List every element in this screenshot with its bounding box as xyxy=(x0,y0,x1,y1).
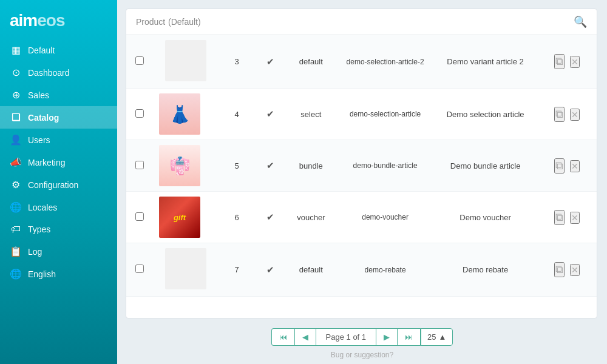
sidebar-item-log[interactable]: 📋 Log xyxy=(0,240,117,263)
logo-accent: eos xyxy=(37,11,64,30)
product-name: Demo bundle article xyxy=(433,140,537,192)
table-row: 👘5✔bundledemo-bundle-articleDemo bundle … xyxy=(126,140,597,192)
product-name: Demo rebate xyxy=(433,243,537,297)
product-image: gift xyxy=(159,197,200,238)
row-checkbox[interactable] xyxy=(135,265,144,273)
copy-button[interactable]: ⧉ xyxy=(554,158,565,174)
product-number: 4 xyxy=(219,89,256,140)
table-row: gift6✔voucherdemo-voucherDemo voucher ⧉ … xyxy=(126,192,597,243)
sidebar-item-dashboard[interactable]: ⊙ Dashboard xyxy=(0,61,117,84)
product-image-placeholder xyxy=(165,248,206,289)
product-actions: ⧉ ✕ xyxy=(537,192,597,243)
page-size-selector[interactable]: 25 ▲ xyxy=(421,328,453,346)
sidebar-item-configuration[interactable]: ⚙ Configuration xyxy=(0,174,117,196)
row-checkbox[interactable] xyxy=(135,212,144,221)
log-icon: 📋 xyxy=(10,246,22,257)
configuration-icon: ⚙ xyxy=(10,179,22,190)
product-code: demo-selection-article-2 xyxy=(337,35,433,89)
table-row: 7✔defaultdemo-rebateDemo rebate ⧉ ✕ xyxy=(126,243,597,297)
sidebar-item-users[interactable]: 👤 Users xyxy=(0,129,117,151)
pagination-bar: ⏮ ◀ Page 1 of 1 ▶ ⏭ 25 ▲ xyxy=(117,323,607,348)
sales-icon: ⊕ xyxy=(10,89,22,101)
sidebar-item-types[interactable]: 🏷 Types xyxy=(0,218,117,240)
last-page-button[interactable]: ⏭ xyxy=(397,328,421,346)
product-type: default xyxy=(285,35,337,89)
product-number: 6 xyxy=(219,192,256,243)
copy-button[interactable]: ⧉ xyxy=(554,107,565,122)
product-type: voucher xyxy=(285,192,337,243)
sidebar-item-english[interactable]: 🌐 English xyxy=(0,263,117,285)
users-icon: 👤 xyxy=(10,134,22,146)
product-image-cell xyxy=(153,35,219,89)
language-icon: 🌐 xyxy=(10,268,22,280)
chevron-up-icon: ▲ xyxy=(439,332,447,342)
product-image-cell: 👗 xyxy=(153,89,219,140)
product-actions: ⧉ ✕ xyxy=(537,140,597,192)
main-content: Product (Default) 🔍 3✔defaultdemo-select… xyxy=(117,0,607,364)
product-number: 7 xyxy=(219,243,256,297)
product-actions: ⧉ ✕ xyxy=(537,35,597,89)
table-row: 👗4✔selectdemo-selection-articleDemo sele… xyxy=(126,89,597,140)
page-indicator: Page 1 of 1 xyxy=(316,328,376,346)
locales-icon: 🌐 xyxy=(10,201,22,213)
product-image: 👗 xyxy=(159,93,200,135)
product-actions: ⧉ ✕ xyxy=(537,243,597,297)
product-number: 3 xyxy=(219,35,256,89)
product-panel: Product (Default) 🔍 3✔defaultdemo-select… xyxy=(126,8,597,318)
copy-button[interactable]: ⧉ xyxy=(554,262,565,277)
sidebar-item-sales[interactable]: ⊕ Sales xyxy=(0,84,117,106)
product-active-indicator: ✔ xyxy=(256,140,285,192)
delete-button[interactable]: ✕ xyxy=(570,56,580,68)
sidebar-item-locales[interactable]: 🌐 Locales xyxy=(0,196,117,218)
product-image-cell: gift xyxy=(153,192,219,243)
product-name: Demo selection article xyxy=(433,89,537,140)
table-container: 3✔defaultdemo-selection-article-2Demo va… xyxy=(126,35,597,318)
row-checkbox[interactable] xyxy=(135,56,144,65)
product-active-indicator: ✔ xyxy=(256,89,285,140)
product-image-cell xyxy=(153,243,219,297)
product-code: demo-rebate xyxy=(337,243,433,297)
product-actions: ⧉ ✕ xyxy=(537,89,597,140)
product-type: bundle xyxy=(285,140,337,192)
product-active-indicator: ✔ xyxy=(256,243,285,297)
panel-title: Product (Default) xyxy=(136,16,201,28)
sidebar-item-catalog[interactable]: ❑ Catalog xyxy=(0,106,117,129)
table-row: 3✔defaultdemo-selection-article-2Demo va… xyxy=(126,35,597,89)
product-code: demo-bundle-article xyxy=(337,140,433,192)
sidebar-item-marketing[interactable]: 📣 Marketing xyxy=(0,151,117,174)
product-code: demo-voucher xyxy=(337,192,433,243)
product-name: Demo variant article 2 xyxy=(433,35,537,89)
product-table: 3✔defaultdemo-selection-article-2Demo va… xyxy=(126,35,597,297)
sidebar: aimeos ▦ Default ⊙ Dashboard ⊕ Sales ❑ C… xyxy=(0,0,117,364)
search-button[interactable]: 🔍 xyxy=(574,15,587,29)
grid-icon: ▦ xyxy=(10,44,22,56)
product-image-cell: 👘 xyxy=(153,140,219,192)
sidebar-item-default[interactable]: ▦ Default xyxy=(0,39,117,61)
delete-button[interactable]: ✕ xyxy=(570,264,580,276)
row-checkbox[interactable] xyxy=(135,109,144,118)
first-page-button[interactable]: ⏮ xyxy=(271,328,294,346)
types-icon: 🏷 xyxy=(10,224,22,235)
panel-header: Product (Default) 🔍 xyxy=(126,9,597,35)
logo[interactable]: aimeos xyxy=(0,0,117,39)
product-number: 5 xyxy=(219,140,256,192)
prev-page-button[interactable]: ◀ xyxy=(294,328,316,346)
product-type: default xyxy=(285,243,337,297)
dashboard-icon: ⊙ xyxy=(10,67,22,78)
product-active-indicator: ✔ xyxy=(256,35,285,89)
product-image: 👘 xyxy=(159,145,200,186)
copy-button[interactable]: ⧉ xyxy=(554,54,565,69)
product-image-placeholder xyxy=(165,40,206,81)
product-active-indicator: ✔ xyxy=(256,192,285,243)
delete-button[interactable]: ✕ xyxy=(570,109,580,121)
marketing-icon: 📣 xyxy=(10,157,22,168)
copy-button[interactable]: ⧉ xyxy=(554,210,565,225)
product-type: select xyxy=(285,89,337,140)
product-code: demo-selection-article xyxy=(337,89,433,140)
bug-link[interactable]: Bug or suggestion? xyxy=(117,348,607,364)
next-page-button[interactable]: ▶ xyxy=(376,328,397,346)
catalog-icon: ❑ xyxy=(10,112,22,123)
delete-button[interactable]: ✕ xyxy=(570,212,580,224)
delete-button[interactable]: ✕ xyxy=(570,160,580,172)
row-checkbox[interactable] xyxy=(135,161,144,169)
